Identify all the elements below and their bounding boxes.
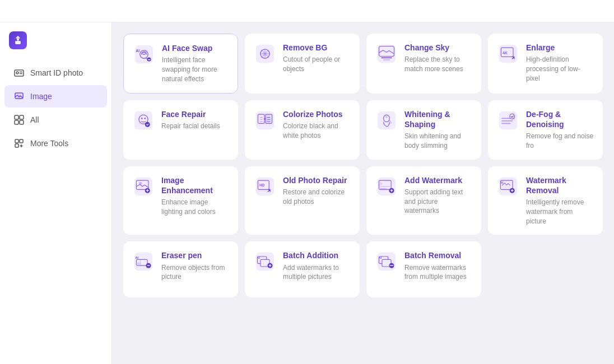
- batch-remove-icon: AI: [375, 250, 398, 273]
- sidebar-nav: Smart ID photo Image All More Tools: [0, 60, 111, 156]
- card-desc: Cutout of people or objects: [283, 55, 351, 74]
- svg-rect-10: [15, 120, 18, 124]
- card-desc: Remove objects from picture: [161, 263, 229, 282]
- card-title: Face Repair: [161, 109, 220, 119]
- card-remove-bg[interactable]: Remove BG Cutout of people or objects: [245, 34, 360, 94]
- image-icon: [13, 91, 25, 102]
- svg-rect-11: [20, 120, 24, 124]
- svg-rect-56: [134, 253, 152, 270]
- svg-text:4K: 4K: [503, 50, 508, 55]
- card-desc: Repair facial details: [161, 122, 220, 131]
- old-photo-icon: HD: [254, 175, 276, 198]
- card-desc: Remove fog and noise fro: [526, 132, 594, 151]
- card-desc: High-definition processing of low-pixel: [526, 55, 594, 83]
- sidebar-label: Image: [30, 92, 52, 101]
- card-image-enhancement[interactable]: Image Enhancement Enhance image lighting…: [123, 166, 238, 235]
- card-title: Batch Removal: [404, 250, 472, 260]
- card-ai-face-swap[interactable]: AI AI Face Swap Intelligent face swappin…: [123, 34, 238, 94]
- card-add-watermark[interactable]: AI Add Watermark Support adding text and…: [366, 166, 481, 235]
- watermark-add-icon: AI: [375, 175, 398, 198]
- card-title: Enlarge: [526, 43, 594, 53]
- menu-button[interactable]: [578, 10, 583, 12]
- sidebar-item-smart-id[interactable]: Smart ID photo: [4, 62, 107, 84]
- main-content: AI AI Face Swap Intelligent face swappin…: [112, 22, 614, 364]
- svg-rect-12: [15, 139, 18, 143]
- card-desc: Replace the sky to match more scenes: [404, 55, 472, 74]
- close-button[interactable]: [603, 10, 607, 12]
- change-sky-icon: [375, 43, 398, 65]
- svg-point-30: [141, 118, 143, 119]
- card-desc: Restore and colorize old photos: [283, 188, 351, 207]
- svg-rect-14: [15, 144, 18, 147]
- card-title: Old Photo Repair: [283, 175, 351, 185]
- face-repair-icon: [132, 109, 155, 132]
- card-desc: Colorize black and white photos: [283, 122, 351, 141]
- card-eraser-pen[interactable]: AI Eraser pen Remove objects from pictur…: [123, 241, 238, 297]
- sidebar-item-more-tools[interactable]: More Tools: [4, 132, 107, 155]
- card-title: Whitening & Shaping: [404, 109, 472, 129]
- svg-point-40: [510, 114, 515, 119]
- tools-icon: [13, 138, 25, 149]
- card-watermark-removal[interactable]: AI Watermark Removal Intelligently remov…: [488, 166, 603, 235]
- card-batch-addition[interactable]: AI Batch Addition Add watermarks to mult…: [245, 241, 360, 297]
- card-title: Add Watermark: [404, 175, 472, 185]
- card-desc: Skin whitening and body slimming: [404, 132, 472, 151]
- svg-rect-28: [134, 111, 152, 129]
- sidebar-item-image[interactable]: Image: [4, 85, 107, 108]
- card-batch-removal[interactable]: AI Batch Removal Remove watermarks from …: [366, 241, 481, 297]
- card-desc: Add watermarks to multiple pictures: [283, 263, 351, 282]
- enhancement-icon: [132, 175, 155, 198]
- svg-rect-13: [20, 139, 23, 143]
- eraser-icon: AI: [132, 250, 155, 273]
- card-old-photo-repair[interactable]: HD Old Photo Repair Restore and colorize…: [245, 166, 360, 235]
- card-title: De-Fog & Denoising: [526, 109, 594, 129]
- watermark-remove-icon: AI: [497, 175, 519, 198]
- card-title: AI Face Swap: [162, 43, 229, 53]
- svg-point-38: [385, 115, 388, 118]
- face-swap-icon: AI: [133, 43, 155, 66]
- card-title: Eraser pen: [161, 250, 229, 260]
- minimize-button[interactable]: [590, 10, 595, 12]
- colorize-icon: [254, 109, 276, 132]
- svg-text:AI: AI: [136, 49, 140, 53]
- card-colorize-photos[interactable]: Colorize Photos Colorize black and white…: [245, 100, 360, 160]
- card-title: Remove BG: [283, 43, 351, 53]
- svg-rect-35: [266, 114, 272, 123]
- sidebar-label: Smart ID photo: [30, 68, 83, 77]
- card-change-sky[interactable]: Change Sky Replace the sky to match more…: [366, 34, 481, 94]
- app-body: Smart ID photo Image All More Tools AI: [0, 22, 614, 364]
- svg-point-3: [16, 72, 18, 74]
- svg-text:AI: AI: [136, 256, 139, 259]
- card-enlarge[interactable]: 4K Enlarge High-definition processing of…: [488, 34, 603, 94]
- card-title: Colorize Photos: [283, 109, 351, 119]
- title-bar: [0, 0, 614, 22]
- card-defog-denoising[interactable]: De-Fog & Denoising Remove fog and noise …: [488, 100, 603, 160]
- svg-rect-9: [20, 115, 24, 119]
- sidebar-label: More Tools: [30, 139, 68, 148]
- sidebar-item-all[interactable]: All: [4, 109, 107, 131]
- card-title: Image Enhancement: [161, 175, 229, 195]
- card-desc: Remove watermarks from multiple images: [404, 263, 472, 282]
- card-face-repair[interactable]: Face Repair Repair facial details: [123, 100, 238, 160]
- svg-text:HD: HD: [259, 183, 265, 187]
- whitening-icon: [375, 109, 398, 132]
- card-title: Watermark Removal: [526, 175, 594, 195]
- svg-rect-8: [15, 115, 18, 119]
- id-icon: [13, 67, 25, 78]
- svg-text:AI: AI: [380, 183, 382, 185]
- svg-point-32: [145, 122, 150, 127]
- card-desc: Enhance image lighting and colors: [161, 198, 229, 217]
- cards-grid: AI AI Face Swap Intelligent face swappin…: [123, 34, 603, 297]
- card-title: Change Sky: [404, 43, 472, 53]
- defog-icon: [497, 109, 519, 132]
- svg-point-19: [147, 57, 151, 61]
- card-whitening-shaping[interactable]: Whitening & Shaping Skin whitening and b…: [366, 100, 481, 160]
- app-logo: [0, 31, 111, 60]
- sidebar-label: All: [30, 115, 39, 124]
- card-desc: Intelligent face swapping for more natur…: [162, 55, 229, 83]
- svg-rect-59: [136, 263, 140, 265]
- svg-point-1: [17, 38, 19, 40]
- sidebar: Smart ID photo Image All More Tools: [0, 22, 112, 364]
- all-icon: [13, 114, 25, 125]
- card-title: Batch Addition: [283, 250, 351, 260]
